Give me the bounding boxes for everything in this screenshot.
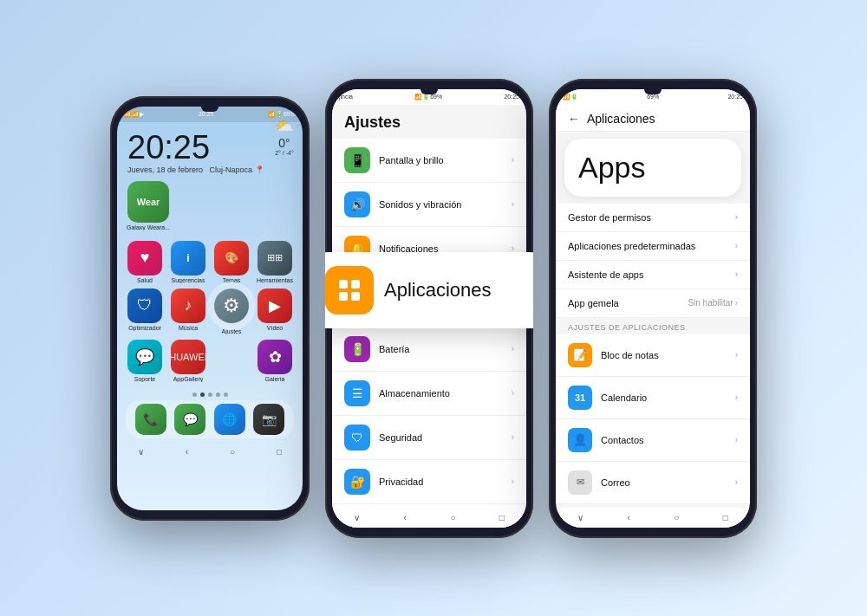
gestor-text: Gestor de permisos [568, 212, 735, 223]
settings-header: Ajustes [332, 105, 526, 139]
nav-recent-1[interactable]: ○ [230, 447, 235, 457]
apps-header-title: Aplicaciones [587, 112, 655, 126]
sugerencias-label: Sugerencias [172, 277, 205, 283]
settings-item-seguridad[interactable]: 🛡 Seguridad › [332, 416, 526, 460]
salud-label: Salud [137, 277, 153, 283]
browser-icon[interactable]: 🌐 [214, 404, 245, 435]
apps-list-item-contactos[interactable]: 👤 Contactos › [556, 419, 750, 462]
cal-icon: 31 [568, 386, 592, 410]
pantalla-text: Pantalla y brillo [379, 155, 512, 165]
phone-1-screen: 📶📶▶ 20:25 📶🔋69% 20:25 Jueves, 18 de febr… [117, 107, 303, 510]
sonidos-icon: 🔊 [344, 191, 370, 217]
sonidos-chevron: › [512, 199, 514, 209]
status-time-3: 20:25 [727, 94, 743, 100]
asistente-chevron: › [735, 269, 738, 279]
dot [208, 392, 212, 397]
soporte-label: Soporte [134, 376, 156, 382]
status-left-3: 📶🔋 [563, 94, 578, 101]
dot [192, 392, 197, 397]
apps-list-item-correo[interactable]: ✉ Correo › [556, 462, 750, 504]
list-item[interactable]: HUAWEI AppGallery [169, 340, 207, 382]
nav-back-2[interactable]: ∨ [354, 513, 360, 522]
app-grid: ♥ Salud i Sugerencias 🎨 Temas ⊞⊞ Herrami… [117, 234, 303, 389]
apps-list-item-gemela[interactable]: App gemela Sin habilitar › [556, 289, 750, 318]
settings-item-sonidos[interactable]: 🔊 Sonidos y vibración › [332, 183, 526, 227]
correo-icon: ✉ [568, 470, 592, 495]
list-item[interactable]: ♪ Música [169, 289, 207, 334]
nav-home-3[interactable]: ○ [674, 513, 679, 522]
list-item[interactable]: ▶ Vídeo [256, 289, 294, 334]
notch-3 [644, 89, 662, 94]
settings-item-privacidad[interactable]: 🔐 Privacidad › [332, 460, 526, 504]
status-icons-3: 69% [647, 94, 659, 100]
back-button[interactable]: ← [568, 112, 580, 126]
weather-range: 2° / -4° [275, 150, 294, 156]
list-item[interactable]: 💬 Soporte [126, 340, 164, 382]
apps-big-title-wrap: Apps [564, 139, 741, 197]
section-label-apps: AJUSTES DE APLICACIONES [556, 318, 750, 334]
nav-back-3[interactable]: ∨ [577, 513, 583, 522]
apps-header: ← Aplicaciones [556, 105, 750, 132]
weather-temp: 0° [275, 136, 294, 150]
appgallery-icon: HUAWEI [171, 340, 205, 374]
list-item[interactable]: 🛡 Optimizador [126, 289, 164, 334]
settings-item-bateria[interactable]: 🔋 Batería › [332, 327, 526, 372]
gemela-chevron: › [735, 298, 738, 308]
correo-chevron: › [735, 477, 738, 487]
settings-item-pantalla[interactable]: 📱 Pantalla y brillo › [332, 139, 526, 183]
privacidad-text: Privacidad [379, 477, 512, 487]
wear-app-icon[interactable]: Wear [127, 181, 169, 223]
gemela-text: App gemela [568, 298, 688, 308]
nav-home-1[interactable]: ‹ [186, 447, 188, 457]
svg-rect-2 [339, 292, 348, 301]
apps-list-item-gestor[interactable]: Gestor de permisos › [556, 204, 750, 232]
apps-big-title: Apps [578, 151, 727, 185]
settings-item-almacen[interactable]: ☰ Almacenamiento › [332, 372, 526, 416]
nav-bar-2: ∨ ‹ ○ □ [332, 508, 526, 528]
aplicaciones-bubble-text: Aplicaciones [384, 279, 492, 302]
pantalla-chevron: › [512, 155, 514, 165]
status-right-1: 📶🔋69% [268, 111, 296, 118]
bateria-text: Batería [379, 344, 512, 354]
msg-icon[interactable]: 💬 [174, 404, 205, 435]
list-item[interactable]: i Sugerencias [169, 241, 207, 283]
bateria-chevron: › [512, 344, 514, 353]
apps-settings-screen: 📶🔋 69% 20:25 ← Aplicaciones Apps Gestor … [556, 89, 750, 528]
contactos-text: Contactos [601, 435, 735, 445]
video-icon: ▶ [257, 289, 292, 323]
apps-list-item-predeter[interactable]: Aplicaciones predeterminadas › [556, 232, 750, 261]
aplicaciones-bubble-icon [325, 266, 374, 314]
notch-2 [420, 89, 438, 94]
nav-extra-1[interactable]: □ [277, 447, 282, 457]
seguridad-icon: 🛡 [344, 425, 370, 451]
list-item[interactable]: ✿ Galería [256, 340, 294, 382]
list-item[interactable]: ♥ Salud [126, 241, 164, 283]
camera-icon[interactable]: 📷 [253, 404, 284, 435]
apps-list-item-bloc[interactable]: 📝 Bloc de notas › [556, 334, 750, 377]
nav-left-2[interactable]: ‹ [404, 513, 407, 522]
privacidad-icon: 🔐 [344, 469, 370, 495]
apps-list-item-asistente[interactable]: Asistente de apps › [556, 261, 750, 289]
gestor-chevron: › [735, 212, 738, 222]
nav-left-3[interactable]: ‹ [628, 513, 630, 522]
dot [216, 392, 220, 397]
nav-home-2[interactable]: ○ [450, 513, 455, 522]
nav-back-1[interactable]: ∨ [138, 447, 144, 457]
bottom-dock: 📞 💬 🌐 📷 [126, 400, 294, 438]
svg-rect-1 [351, 280, 360, 289]
phone-1: 📶📶▶ 20:25 📶🔋69% 20:25 Jueves, 18 de febr… [110, 96, 310, 521]
notch-1 [201, 107, 218, 112]
phone-icon[interactable]: 📞 [135, 404, 166, 435]
correo-text: Correo [601, 477, 735, 488]
almacen-text: Almacenamiento [379, 388, 512, 399]
optimizador-icon: 🛡 [127, 289, 162, 323]
list-item[interactable]: ⊞⊞ Herramientas [256, 241, 294, 283]
apps-list-item-calendario[interactable]: 31 Calendario › [556, 377, 750, 419]
list-item[interactable]: 🎨 Temas [212, 241, 251, 283]
gemela-sub: Sin habilitar [688, 298, 733, 308]
nav-square-2[interactable]: □ [499, 513, 505, 522]
page-dots [117, 389, 303, 400]
nav-square-3[interactable]: □ [723, 513, 728, 522]
home-date: Jueves, 18 de febrero Cluj-Napoca 📍 [117, 164, 303, 176]
list-item[interactable]: ⚙ Ajustes [212, 289, 251, 334]
